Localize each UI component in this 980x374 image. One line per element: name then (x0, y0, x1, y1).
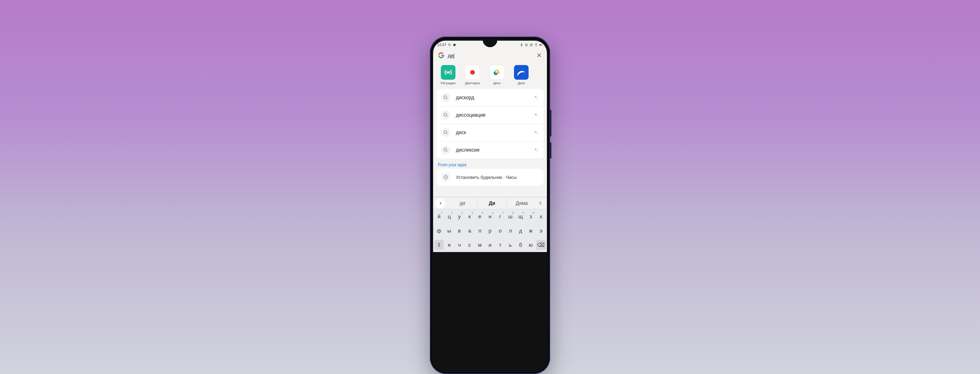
suggestion-text: диссоциация (456, 112, 528, 118)
key-и[interactable]: и (485, 240, 494, 250)
app-google-drive[interactable]: Диск (488, 65, 506, 85)
app-fm-radio[interactable]: FM-радио (439, 65, 457, 85)
key-в[interactable]: в (455, 226, 464, 236)
expand-suggestions-button[interactable] (436, 198, 445, 208)
key-я[interactable]: я (444, 240, 454, 250)
svg-point-6 (536, 46, 536, 46)
svg-point-12 (447, 72, 449, 73)
drive-icon (493, 68, 501, 76)
app-label: Диск (512, 81, 531, 85)
key-с[interactable]: с (465, 240, 474, 250)
key-ф[interactable]: ф (434, 226, 444, 236)
search-icon (443, 148, 448, 152)
svg-line-25 (447, 116, 448, 117)
wifi-icon (534, 43, 538, 47)
key-р[interactable]: р (485, 226, 494, 236)
suggestion-text: диск (456, 130, 528, 135)
record-icon (468, 68, 477, 76)
key-м[interactable]: м (475, 240, 484, 250)
alarm-icon (525, 43, 528, 47)
key-щ[interactable]: щ9 (516, 211, 525, 222)
chevron-right-icon (438, 201, 442, 205)
battery-icon (539, 43, 543, 47)
svg-point-2 (453, 43, 455, 46)
key-ш[interactable]: ш8 (506, 211, 515, 222)
key-ж[interactable]: ж (526, 226, 536, 236)
key-ь[interactable]: ь (506, 240, 515, 250)
key-х[interactable]: х (536, 211, 546, 222)
app-label: FM-радио (439, 81, 457, 85)
key-п[interactable]: п (475, 226, 484, 236)
key-е[interactable]: е5 (475, 211, 484, 222)
key-л[interactable]: л (506, 226, 515, 236)
mic-icon (538, 201, 543, 206)
svg-line-32 (535, 149, 538, 152)
close-icon[interactable] (536, 52, 542, 58)
suggestion-item[interactable]: дислексия (436, 141, 544, 159)
clock-icon (443, 175, 448, 180)
section-from-apps: From your apps (433, 159, 547, 169)
suggestion-text: дислексия (456, 147, 528, 153)
svg-point-13 (470, 70, 475, 75)
bluetooth-icon (520, 43, 523, 47)
kb-suggest-word[interactable]: ди (448, 198, 477, 208)
svg-line-1 (450, 45, 451, 46)
apps-row: FM-радио Диктофон Диск (433, 62, 547, 89)
kb-suggest-word[interactable]: Ди (477, 198, 507, 208)
key-ы[interactable]: ы (444, 226, 454, 236)
insert-arrow-icon[interactable] (534, 95, 539, 100)
app-label: Диск (488, 81, 506, 85)
key-ю[interactable]: ю (526, 240, 536, 250)
insert-arrow-icon[interactable] (534, 130, 539, 135)
search-bar: ди (433, 49, 547, 62)
svg-rect-8 (542, 44, 543, 45)
app-dot-icon (453, 43, 456, 47)
search-input[interactable]: ди (448, 52, 533, 59)
suggestion-text: дискорд (456, 95, 528, 100)
suggestion-item[interactable]: дискорд (436, 89, 544, 106)
keyboard: ди Ди Дима й1ц2у3к4е5н6г7ш8щ9з0хфывапрол… (433, 197, 547, 252)
search-icon (443, 130, 448, 135)
search-small-icon (448, 43, 451, 47)
key-з[interactable]: з0 (526, 211, 536, 222)
svg-point-21 (444, 96, 447, 99)
keyboard-suggestion-bar: ди Ди Дима (433, 197, 547, 209)
search-icon (443, 113, 448, 117)
key-⌫[interactable]: ⌫ (536, 240, 546, 250)
key-й[interactable]: й1 (434, 211, 444, 222)
key-о[interactable]: о (496, 226, 505, 236)
key-т[interactable]: т (496, 240, 505, 250)
mic-button[interactable] (536, 201, 544, 206)
key-ц[interactable]: ц2 (444, 211, 454, 222)
kb-suggest-word[interactable]: Дима (507, 198, 536, 208)
key-г[interactable]: г7 (496, 211, 505, 222)
svg-rect-9 (540, 44, 541, 45)
svg-point-30 (444, 148, 447, 151)
svg-line-31 (447, 151, 448, 152)
key-к[interactable]: к4 (465, 211, 474, 222)
insert-arrow-icon[interactable] (534, 148, 539, 152)
key-э[interactable]: э (536, 226, 546, 236)
key-б[interactable]: б (516, 240, 525, 250)
suggestions-list: дискорд диссоциация диск дислексия (436, 89, 544, 159)
insert-arrow-icon[interactable] (534, 113, 539, 117)
google-logo-icon (438, 52, 444, 59)
svg-line-29 (535, 131, 538, 134)
svg-line-28 (447, 133, 448, 135)
svg-point-24 (444, 113, 447, 116)
dnd-icon (529, 43, 533, 47)
key-ч[interactable]: ч (455, 240, 464, 250)
app-label: Диктофон (463, 81, 482, 85)
suggestion-item[interactable]: диссоциация (436, 106, 544, 124)
app-result-item[interactable]: Установить будильник · Часы (436, 169, 544, 186)
key-а[interactable]: а (465, 226, 474, 236)
key-н[interactable]: н6 (485, 211, 494, 222)
app-disk-alt[interactable]: Диск (512, 65, 531, 85)
app-recorder[interactable]: Диктофон (463, 65, 482, 85)
suggestion-item[interactable]: диск (436, 124, 544, 141)
key-у[interactable]: у3 (455, 211, 464, 222)
radio-icon (444, 68, 452, 76)
key-д[interactable]: д (516, 226, 525, 236)
key-⇧[interactable]: ⇧ (434, 240, 444, 250)
swoosh-icon (516, 67, 527, 78)
